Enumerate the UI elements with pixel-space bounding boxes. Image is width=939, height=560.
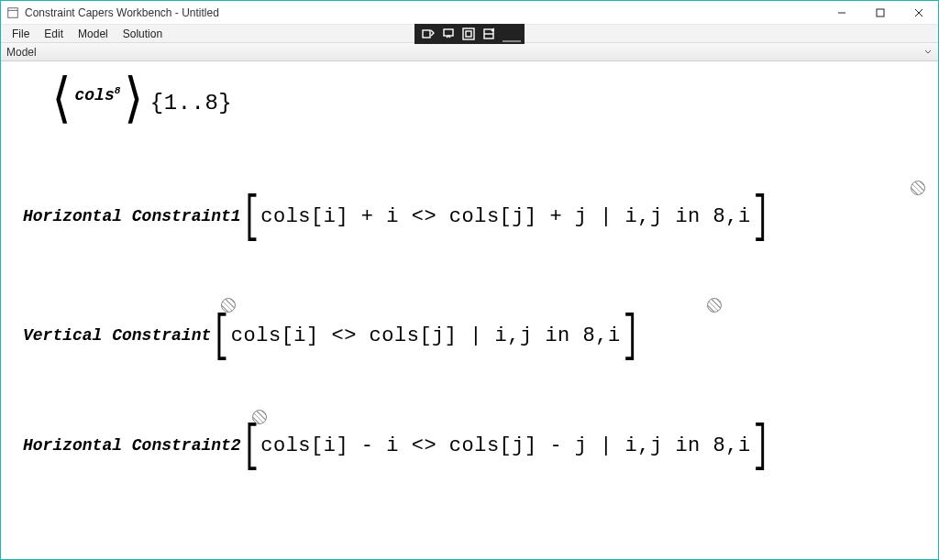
menu-file[interactable]: File [5, 26, 37, 42]
tool-button-3[interactable] [459, 26, 478, 42]
constraint-label: Horizontal Constraint1 [23, 207, 241, 225]
left-bracket-icon: [ [241, 426, 260, 465]
left-bracket-icon: [ [241, 197, 260, 236]
menu-solution[interactable]: Solution [116, 26, 170, 42]
right-bracket-icon: ] [621, 316, 639, 355]
design-canvas[interactable]: ⟨ cols8 ⟩ {1..8} Horizontal Constraint1 … [1, 61, 938, 559]
tool-button-4[interactable] [480, 26, 498, 42]
designer-toolbar[interactable] [414, 24, 525, 44]
window-title: Constraint Capers Workbench - Untitled [25, 6, 219, 19]
svg-rect-8 [463, 28, 474, 39]
angle-left-icon: ⟨ [47, 75, 77, 129]
right-bracket-icon: ] [751, 426, 769, 465]
constraint-expression: cols[i] <> cols[j] | i,j in 8,i [231, 324, 621, 347]
app-window: Constraint Capers Workbench - Untitled [0, 0, 939, 560]
adorner-marker-icon[interactable] [221, 298, 236, 313]
svg-rect-3 [877, 9, 884, 16]
variable-domain: {1..8} [150, 91, 232, 115]
adorner-marker-icon[interactable] [707, 298, 722, 313]
angle-right-icon: ⟩ [118, 75, 149, 129]
chevron-down-icon[interactable] [923, 48, 933, 57]
minimize-button[interactable] [823, 1, 861, 25]
maximize-button[interactable] [861, 1, 900, 25]
variable-name: cols8 [75, 85, 121, 104]
tool-button-1[interactable] [419, 26, 437, 42]
close-button[interactable] [900, 1, 938, 25]
right-bracket-icon: ] [751, 197, 769, 236]
constraint-vertical[interactable]: Vertical Constraint [ cols[i] <> cols[j]… [23, 316, 640, 355]
svg-rect-7 [444, 29, 453, 36]
toolbar-grip-icon[interactable] [503, 40, 521, 42]
model-panel-label: Model [6, 46, 37, 59]
app-icon [6, 6, 19, 19]
window-controls [823, 1, 938, 25]
variable-declaration[interactable]: ⟨ cols8 ⟩ {1..8} [47, 78, 232, 127]
left-bracket-icon: [ [212, 316, 230, 355]
tool-button-2[interactable] [439, 26, 458, 42]
constraint-label: Horizontal Constraint2 [23, 436, 241, 455]
constraint-expression: cols[i] - i <> cols[j] - j | i,j in 8,i [260, 434, 750, 457]
menu-model[interactable]: Model [71, 26, 116, 42]
adorner-marker-icon[interactable] [252, 410, 267, 424]
svg-rect-0 [8, 7, 18, 17]
menu-edit[interactable]: Edit [37, 26, 71, 42]
svg-rect-9 [466, 31, 471, 37]
model-panel-header[interactable]: Model [1, 43, 938, 61]
constraint-expression: cols[i] + i <> cols[j] + j | i,j in 8,i [260, 205, 750, 228]
constraint-horizontal-1[interactable]: Horizontal Constraint1 [ cols[i] + i <> … [23, 197, 770, 236]
adorner-marker-icon[interactable] [911, 181, 925, 195]
constraint-horizontal-2[interactable]: Horizontal Constraint2 [ cols[i] - i <> … [23, 426, 770, 465]
constraint-label: Vertical Constraint [23, 326, 211, 345]
title-bar: Constraint Capers Workbench - Untitled [1, 1, 938, 25]
svg-rect-6 [423, 30, 430, 38]
